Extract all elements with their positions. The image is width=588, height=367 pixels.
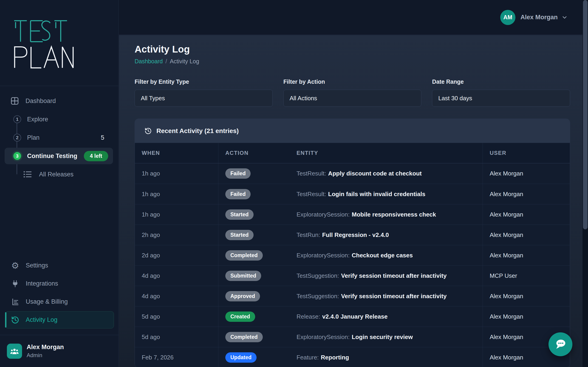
- activity-entity: ExploratorySession: Mobile responsivenes…: [290, 204, 483, 225]
- activity-user: Alex Morgan: [483, 204, 570, 225]
- sidebar-item-all-releases[interactable]: All Releases: [0, 165, 119, 184]
- activity-user: Alex Morgan: [483, 163, 570, 184]
- sidebar-item-label: Explore: [27, 116, 48, 123]
- sidebar-item-label: Continue Testing: [27, 152, 77, 160]
- entity-title: Login security review: [352, 334, 413, 341]
- page-title: Activity Log: [135, 43, 570, 55]
- table-body: 1h ago Failed TestResult: Apply discount…: [135, 163, 570, 367]
- filter-label: Date Range: [432, 78, 570, 85]
- entity-type: TestRun:: [296, 232, 320, 239]
- header-avatar[interactable]: AM: [500, 10, 515, 25]
- entity-title: Verify session timeout after inactivity: [341, 272, 447, 279]
- activity-when: 2d ago: [135, 245, 218, 265]
- activity-when: 4d ago: [135, 286, 218, 306]
- sidebar-item-plan[interactable]: 2 Plan 5: [0, 128, 119, 147]
- sidebar-item-settings[interactable]: ⚙ Settings: [0, 257, 119, 275]
- filter-action: Filter by Action All Actions: [284, 78, 422, 107]
- entity-title: v2.4.0 January Release: [322, 313, 388, 320]
- activity-when: 5d ago: [135, 327, 218, 347]
- breadcrumb: Dashboard / Activity Log: [135, 58, 570, 65]
- sidebar-spacer: [0, 184, 119, 257]
- bar-chart-icon: [11, 298, 19, 306]
- filters-row: Filter by Entity Type All Types Filter b…: [135, 78, 570, 107]
- chat-fab-button[interactable]: [548, 332, 572, 356]
- entity-type: TestSuggestion:: [296, 293, 339, 300]
- entity-title: Full Regression - v2.4.0: [322, 232, 389, 239]
- panel-title: Recent Activity (21 entries): [156, 127, 239, 135]
- activity-user: MCP User: [483, 266, 570, 286]
- column-header-when: WHEN: [135, 143, 218, 163]
- activity-entity: TestRun: Full Regression - v2.4.0: [290, 225, 483, 245]
- table-row: 1h ago Failed TestResult: Apply discount…: [135, 163, 570, 184]
- filter-date-range: Date Range Last 30 days: [432, 78, 570, 107]
- chevron-down-icon[interactable]: [561, 14, 568, 21]
- sidebar-item-label: All Releases: [39, 171, 73, 178]
- breadcrumb-link-dashboard[interactable]: Dashboard: [135, 58, 163, 65]
- table-row: 2d ago Completed ExploratorySession: Che…: [135, 245, 570, 265]
- action-badge: Created: [225, 311, 255, 322]
- activity-entity: TestSuggestion: Verify session timeout a…: [290, 266, 483, 286]
- table-row: Feb 7, 2026 Updated Feature: Reporting A…: [135, 347, 570, 367]
- entity-type: ExploratorySession:: [296, 334, 350, 341]
- activity-when: 1h ago: [135, 204, 218, 225]
- app-logo: [0, 0, 119, 86]
- activity-action-cell: Failed: [218, 163, 290, 184]
- chat-bubble-icon: [554, 338, 567, 350]
- table-row: 4d ago Submitted TestSuggestion: Verify …: [135, 265, 570, 286]
- sidebar-item-explore[interactable]: 1 Explore: [0, 110, 119, 128]
- filter-label: Filter by Entity Type: [135, 78, 273, 85]
- activity-user: Alex Morgan: [483, 184, 570, 204]
- activity-entity: TestResult: Apply discount code at check…: [290, 163, 483, 184]
- sidebar-user-role: Admin: [27, 352, 64, 359]
- sidebar: Dashboard 1 Explore 2 Plan 5 3 Continue …: [0, 0, 119, 367]
- entity-type: ExploratorySession:: [296, 211, 350, 218]
- activity-when: 5d ago: [135, 307, 218, 327]
- activity-when: 4d ago: [135, 266, 218, 286]
- sidebar-item-label: Settings: [26, 262, 48, 269]
- user-avatar: [7, 344, 22, 359]
- sidebar-item-activity-log[interactable]: Activity Log: [0, 311, 119, 329]
- breadcrumb-current: Activity Log: [170, 58, 199, 65]
- main-area: AM Alex Morgan Activity Log Dashboard / …: [119, 0, 588, 367]
- action-select[interactable]: All Actions: [284, 90, 422, 107]
- sidebar-nav: Dashboard 1 Explore 2 Plan 5 3 Continue …: [0, 86, 119, 184]
- scrollbar-thumb[interactable]: [583, 0, 588, 229]
- step-number: 2: [13, 134, 21, 142]
- panel-header: Recent Activity (21 entries): [135, 119, 570, 143]
- activity-action-cell: Approved: [218, 286, 290, 306]
- scrollbar-track[interactable]: [582, 0, 588, 367]
- action-badge: Updated: [225, 352, 257, 363]
- table-header: WHEN ACTION ENTITY USER: [135, 143, 570, 163]
- date-range-select[interactable]: Last 30 days: [432, 90, 570, 107]
- entity-title: Login fails with invalid credentials: [328, 191, 425, 198]
- activity-when: 2h ago: [135, 225, 218, 245]
- sidebar-user-card[interactable]: Alex Morgan Admin: [0, 335, 119, 367]
- plug-icon: [11, 280, 19, 288]
- tests-left-badge: 4 left: [84, 151, 108, 161]
- activity-action-cell: Started: [218, 204, 290, 225]
- step-number: 3: [13, 152, 21, 160]
- action-badge: Submitted: [225, 271, 261, 281]
- entity-type-select[interactable]: All Types: [135, 90, 273, 107]
- activity-when: 1h ago: [135, 184, 218, 204]
- sidebar-item-label: Integrations: [26, 280, 58, 287]
- entity-type: Feature:: [296, 354, 319, 361]
- activity-entity: ExploratorySession: Login security revie…: [290, 327, 483, 347]
- sidebar-item-integrations[interactable]: Integrations: [0, 275, 119, 293]
- table-row: 2h ago Started TestRun: Full Regression …: [135, 225, 570, 245]
- sidebar-item-label: Plan: [27, 134, 40, 141]
- activity-action-cell: Submitted: [218, 266, 290, 286]
- sidebar-item-usage-billing[interactable]: Usage & Billing: [0, 293, 119, 311]
- entity-type: TestResult:: [296, 191, 326, 198]
- header-user-name[interactable]: Alex Morgan: [520, 14, 558, 21]
- sidebar-item-dashboard[interactable]: Dashboard: [0, 92, 119, 110]
- sidebar-item-continue-testing[interactable]: 3 Continue Testing 4 left: [0, 147, 119, 165]
- entity-title: Checkout edge cases: [352, 252, 413, 259]
- recent-activity-panel: Recent Activity (21 entries) WHEN ACTION…: [135, 119, 570, 367]
- history-icon: [11, 316, 19, 324]
- top-header: AM Alex Morgan: [119, 0, 588, 35]
- activity-user: Alex Morgan: [483, 245, 570, 265]
- column-header-entity: ENTITY: [290, 143, 483, 163]
- activity-action-cell: Updated: [218, 347, 290, 367]
- list-icon: [23, 170, 32, 178]
